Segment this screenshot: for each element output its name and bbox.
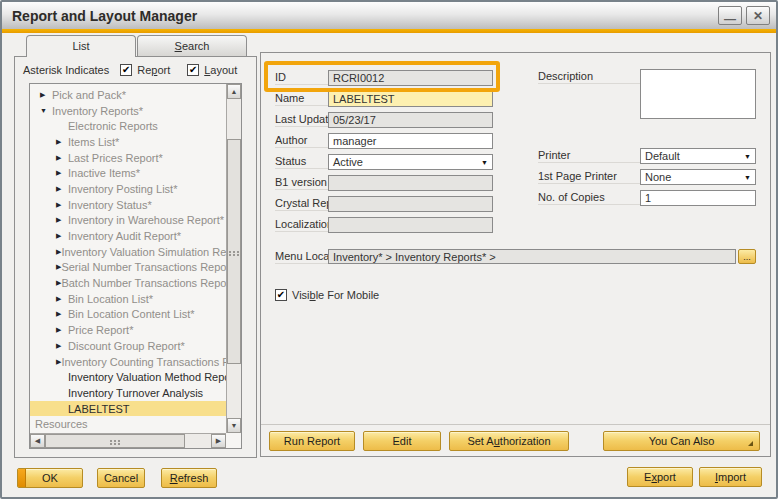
ok-button[interactable]: OK: [17, 468, 83, 488]
tree-item[interactable]: ▶Inventory Valuation Simulation Report*: [30, 244, 226, 260]
scroll-right-icon[interactable]: ▶: [211, 434, 226, 448]
printer-select[interactable]: Default▼: [640, 148, 756, 164]
tree-item[interactable]: Inventory Turnover Analysis: [30, 385, 226, 401]
window-title: Report and Layout Manager: [12, 8, 197, 24]
edit-button[interactable]: Edit: [363, 431, 441, 451]
report-and-layout-manager-window: Report and Layout Manager — ✕ ListSearch…: [0, 0, 778, 499]
run-report-button[interactable]: Run Report: [269, 431, 355, 451]
minimize-icon: —: [724, 12, 736, 26]
scroll-down-icon[interactable]: ▼: [227, 418, 241, 433]
printer-row: PrinterDefault▼: [538, 145, 756, 166]
b1-version-field: [328, 175, 493, 191]
tree-item[interactable]: ▶Serial Number Transactions Report*: [30, 260, 226, 276]
tab-search[interactable]: Search: [137, 35, 247, 56]
name-value: LABELTEST: [333, 93, 395, 105]
localization-label: Localization: [275, 218, 328, 232]
expand-arrow-icon[interactable]: ▶: [56, 232, 68, 240]
expand-arrow-icon[interactable]: ▶: [56, 201, 68, 209]
tree-item[interactable]: Resources: [30, 416, 226, 432]
tree-item[interactable]: ▶Inventory Counting Transactions Report*: [30, 354, 226, 370]
tree-item-label: Inventory Status*: [68, 199, 152, 211]
expand-arrow-icon[interactable]: ▶: [56, 169, 68, 177]
tree-item[interactable]: ▶Inventory Posting List*: [30, 181, 226, 197]
description-textarea[interactable]: [640, 69, 756, 119]
tree-item[interactable]: ▶Price Report*: [30, 322, 226, 338]
scrollbar-thumb[interactable]: [45, 434, 185, 448]
tree-item[interactable]: ▶Batch Number Transactions Report*: [30, 275, 226, 291]
expand-arrow-icon[interactable]: ▶: [56, 342, 68, 350]
expand-arrow-icon[interactable]: ▶: [56, 216, 68, 224]
you-can-also-button[interactable]: You Can Also: [603, 431, 760, 451]
no-of-copies-field[interactable]: 1: [640, 190, 756, 206]
minimize-button[interactable]: —: [718, 6, 742, 25]
checkbox-icon[interactable]: [275, 289, 287, 301]
expand-arrow-icon[interactable]: ▶: [56, 185, 68, 193]
tree-item[interactable]: ▶Pick and Pack*: [30, 87, 226, 103]
expand-arrow-icon[interactable]: ▶: [40, 91, 52, 99]
first-page-printer-select[interactable]: None▼: [640, 169, 756, 185]
title-bar: Report and Layout Manager — ✕: [2, 2, 776, 29]
footer-left-buttons: OKCancelRefresh: [17, 468, 217, 488]
checkbox-layout[interactable]: Layout: [187, 64, 237, 76]
menu-location-browse-button[interactable]: ...: [738, 249, 756, 264]
tree-item[interactable]: ▶Inventory Status*: [30, 197, 226, 213]
tree-item[interactable]: LABELTEST: [30, 401, 226, 417]
expand-arrow-icon[interactable]: ▶: [56, 295, 68, 303]
horizontal-scrollbar[interactable]: ◀ ▶: [30, 433, 226, 448]
tree-item[interactable]: ▼Inventory Reports*: [30, 103, 226, 119]
checkbox-report[interactable]: Report: [120, 64, 170, 76]
refresh-button[interactable]: Refresh: [161, 468, 217, 488]
dropdown-arrow-icon[interactable]: ▼: [481, 159, 488, 166]
expand-arrow-icon[interactable]: ▶: [56, 138, 68, 146]
first-page-printer-value: None: [645, 171, 671, 183]
tab-list[interactable]: List: [26, 35, 136, 57]
id-label: ID: [275, 71, 328, 85]
set-authorization-button[interactable]: Set Authorization: [449, 431, 569, 451]
export-button[interactable]: Export: [627, 467, 693, 487]
report-tree: ▶Pick and Pack*▼Inventory Reports*Electr…: [29, 83, 242, 449]
expand-arrow-icon[interactable]: ▶: [56, 310, 68, 318]
tree-item[interactable]: ▶Bin Location List*: [30, 291, 226, 307]
detail-fields-left: IDRCRI0012NameLABELTESTLast Updated05/23…: [275, 67, 493, 235]
expand-arrow-icon[interactable]: ▶: [56, 154, 68, 162]
dropdown-arrow-icon[interactable]: ▼: [744, 153, 751, 160]
visible-for-mobile-row[interactable]: Visible For Mobile: [275, 289, 379, 301]
dropdown-arrow-icon[interactable]: ▼: [744, 174, 751, 181]
tree-item[interactable]: ▶Bin Location Content List*: [30, 307, 226, 323]
tree-item[interactable]: ▶Discount Group Report*: [30, 338, 226, 354]
scrollbar-thumb[interactable]: [227, 139, 241, 364]
tree-item[interactable]: ▶Inventory in Warehouse Report*: [30, 213, 226, 229]
id-field: RCRI0012: [328, 70, 493, 86]
close-button[interactable]: ✕: [746, 6, 770, 25]
tree-item-label: LABELTEST: [68, 403, 130, 415]
vertical-scrollbar[interactable]: ▲ ▼: [226, 84, 241, 433]
filter-checkboxes: ReportLayout: [120, 64, 254, 76]
thumb-grip-icon: [229, 251, 231, 253]
tree-item[interactable]: ▶Items List*: [30, 134, 226, 150]
b1-version-row: B1 version: [275, 172, 493, 193]
tree-item[interactable]: ▶Last Prices Report*: [30, 150, 226, 166]
tree-item[interactable]: ▶Inactive Items*: [30, 165, 226, 181]
report-details-panel: IDRCRI0012NameLABELTESTLast Updated05/23…: [260, 52, 771, 457]
collapse-arrow-icon[interactable]: ▼: [40, 107, 52, 114]
checkbox-report-label: Report: [137, 64, 170, 76]
expand-arrow-icon[interactable]: ▶: [56, 326, 68, 334]
tree-item[interactable]: Electronic Reports: [30, 118, 226, 134]
scroll-up-icon[interactable]: ▲: [227, 84, 241, 99]
scroll-left-icon[interactable]: ◀: [30, 434, 45, 448]
tree-item-label: Inactive Items*: [68, 167, 140, 179]
author-field[interactable]: manager: [328, 133, 493, 149]
name-field[interactable]: LABELTEST: [328, 91, 493, 107]
author-row: Authormanager: [275, 130, 493, 151]
status-select[interactable]: Active▼: [328, 154, 493, 170]
localization-field: [328, 217, 493, 233]
printer-value: Default: [645, 150, 680, 162]
action-buttons-row: Run ReportEditSet AuthorizationYou Can A…: [269, 431, 760, 451]
checkbox-icon: [187, 64, 199, 76]
tree-item[interactable]: Inventory Valuation Method Report: [30, 369, 226, 385]
tree-item-label: Pick and Pack*: [52, 89, 126, 101]
footer-right-buttons: ExportImport: [627, 467, 762, 487]
tree-item[interactable]: ▶Inventory Audit Report*: [30, 228, 226, 244]
cancel-button[interactable]: Cancel: [97, 468, 145, 488]
import-button[interactable]: Import: [699, 467, 762, 487]
